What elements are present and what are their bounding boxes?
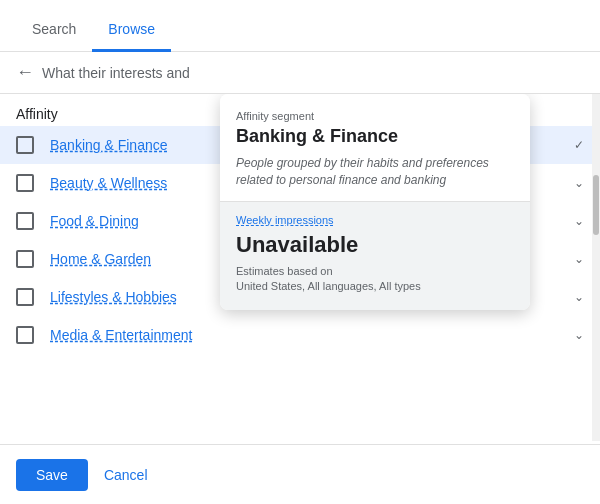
list-item[interactable]: Media & Entertainment ⌄ bbox=[0, 316, 600, 354]
estimates-details: United States, All languages, All types bbox=[236, 280, 421, 292]
weekly-impressions-label[interactable]: Weekly impressions bbox=[236, 214, 514, 226]
list-wrapper: Affinity Banking & Finance ✓ Beauty & We… bbox=[0, 94, 600, 441]
tab-bar: Search Browse bbox=[0, 0, 600, 52]
back-arrow-icon[interactable]: ← bbox=[16, 62, 34, 83]
tooltip-segment-label: Affinity segment bbox=[236, 110, 514, 122]
back-nav: ← What their interests and bbox=[0, 52, 600, 94]
scrollbar-track[interactable] bbox=[592, 94, 600, 441]
breadcrumb: What their interests and bbox=[42, 65, 190, 81]
scrollbar-thumb[interactable] bbox=[593, 175, 599, 235]
tooltip-title: Banking & Finance bbox=[236, 126, 514, 147]
footer: Save Cancel bbox=[0, 444, 600, 504]
chevron-down-icon: ⌄ bbox=[574, 252, 584, 266]
tooltip-bottom: Weekly impressions Unavailable Estimates… bbox=[220, 202, 530, 311]
checkbox-lifestyles[interactable] bbox=[16, 288, 34, 306]
item-label-media: Media & Entertainment bbox=[50, 327, 574, 343]
tab-browse[interactable]: Browse bbox=[92, 9, 171, 52]
checkbox-media[interactable] bbox=[16, 326, 34, 344]
content-area: Affinity Banking & Finance ✓ Beauty & We… bbox=[0, 94, 600, 441]
checkbox-banking[interactable] bbox=[16, 136, 34, 154]
chevron-down-icon: ⌄ bbox=[574, 176, 584, 190]
unavailable-text: Unavailable bbox=[236, 232, 514, 258]
checkbox-beauty[interactable] bbox=[16, 174, 34, 192]
tooltip-top: Affinity segment Banking & Finance Peopl… bbox=[220, 94, 530, 201]
tooltip-popup: Affinity segment Banking & Finance Peopl… bbox=[220, 94, 530, 310]
cancel-button[interactable]: Cancel bbox=[104, 467, 148, 483]
chevron-down-icon: ⌄ bbox=[574, 214, 584, 228]
estimates-label: Estimates based on bbox=[236, 265, 333, 277]
chevron-down-icon: ✓ bbox=[574, 138, 584, 152]
chevron-down-icon: ⌄ bbox=[574, 290, 584, 304]
save-button[interactable]: Save bbox=[16, 459, 88, 491]
estimates-text: Estimates based on United States, All la… bbox=[236, 264, 514, 295]
checkbox-home[interactable] bbox=[16, 250, 34, 268]
tab-search[interactable]: Search bbox=[16, 9, 92, 52]
chevron-down-icon: ⌄ bbox=[574, 328, 584, 342]
tooltip-description: People grouped by their habits and prefe… bbox=[236, 155, 514, 189]
checkbox-food[interactable] bbox=[16, 212, 34, 230]
